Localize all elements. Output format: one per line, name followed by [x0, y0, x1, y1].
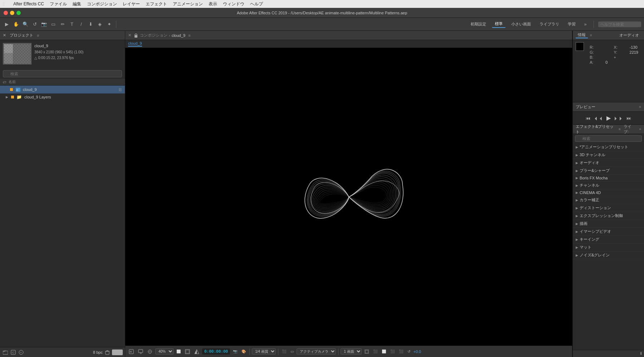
project-search-input[interactable]	[3, 70, 122, 77]
brush-tool[interactable]: /	[77, 20, 85, 28]
quality-dropdown[interactable]: 1/4 画質	[252, 348, 276, 354]
menu-composition[interactable]: コンポジション	[87, 1, 117, 7]
workspace-learn[interactable]: 学習	[565, 21, 579, 28]
transparency-icon[interactable]: ⬜	[380, 349, 387, 354]
list-item[interactable]: ▶ *アニメーションプリセット	[573, 143, 644, 151]
comp-tab-name[interactable]: cloud_9	[172, 33, 186, 38]
zoom-tool[interactable]: 🔍	[21, 20, 29, 28]
list-item[interactable]: ▶ オーディオ	[573, 159, 644, 167]
color-rect[interactable]	[112, 349, 123, 355]
selection-tool[interactable]: ▶	[3, 20, 11, 28]
workspace-standard[interactable]: 標準	[492, 20, 506, 28]
go-to-end-button[interactable]: ⏭	[626, 115, 631, 121]
stamp-tool[interactable]: ⬇	[87, 20, 94, 28]
menu-layer[interactable]: レイヤー	[123, 1, 140, 7]
menu-effect[interactable]: エフェクト	[146, 1, 167, 7]
comp-viewer[interactable]	[125, 48, 572, 346]
reset-exposure-icon[interactable]: ↺	[406, 349, 412, 354]
new-folder-icon[interactable]	[2, 349, 9, 356]
list-item[interactable]: ▶ 描画	[573, 220, 644, 228]
3d-icon[interactable]: ⬛	[389, 349, 396, 354]
workspace-small[interactable]: 小さい画面	[508, 21, 534, 28]
tab-audio[interactable]: オーディオ	[617, 33, 641, 38]
delete-icon[interactable]	[104, 349, 111, 356]
new-comp-icon[interactable]: C	[10, 349, 16, 356]
list-item[interactable]: ▶ 3D チャンネル	[573, 151, 644, 159]
rotate-tool[interactable]: ↺	[31, 20, 39, 28]
menu-window[interactable]: ウィンドウ	[223, 1, 244, 7]
maximize-button[interactable]	[16, 11, 21, 15]
tab-live[interactable]: ライブ:	[622, 125, 638, 135]
list-item[interactable]: ▶ キーイング	[573, 236, 644, 243]
effects-search-input[interactable]	[575, 135, 642, 142]
new-item-icon[interactable]: +	[18, 349, 24, 356]
region-icon[interactable]: ▭	[289, 349, 295, 354]
comp-settings-icon[interactable]	[363, 349, 370, 354]
rect-tool[interactable]: ▭	[49, 20, 57, 28]
project-close[interactable]: ✕	[3, 33, 6, 38]
safe-frame-icon[interactable]	[184, 348, 191, 355]
list-item[interactable]: ▶ イマーシブビデオ	[573, 228, 644, 236]
bpc-display[interactable]: 8 bpc	[93, 350, 103, 354]
list-item[interactable]: ▶ Boris FX Mocha	[573, 175, 644, 182]
effects-expand-icon[interactable]: »	[639, 127, 641, 131]
list-item[interactable]: ▶ ブラー&シャープ	[573, 167, 644, 175]
go-to-start-button[interactable]: ⏮	[586, 115, 591, 121]
list-item[interactable]: ▶ CINEMA 4D	[573, 189, 644, 196]
pen-tool[interactable]: ✏	[59, 20, 67, 28]
workspace-library[interactable]: ライブラリ	[537, 21, 562, 28]
text-tool[interactable]: T	[68, 20, 76, 28]
render-icon[interactable]: R	[127, 348, 135, 355]
list-item[interactable]: ▶ エクスプレッション制御	[573, 212, 644, 220]
camera-snap-icon[interactable]: 📷	[231, 349, 239, 354]
tab-info[interactable]: 情報	[576, 32, 588, 38]
effects-menu-icon[interactable]: ≡	[619, 127, 621, 131]
menu-animation[interactable]: アニメーション	[173, 1, 203, 7]
close-button[interactable]	[4, 11, 8, 15]
apple-icon[interactable]: 	[3, 1, 5, 7]
list-item[interactable]: ▶ マット	[573, 243, 644, 251]
minimize-button[interactable]	[10, 11, 14, 15]
comp-close-icon[interactable]: ✕	[128, 33, 131, 38]
camera-tool[interactable]: 📷	[40, 20, 48, 28]
puppet-tool[interactable]: ✦	[105, 20, 113, 28]
menu-view[interactable]: 表示	[209, 1, 217, 7]
step-back-button[interactable]: ⏴⏴	[594, 115, 604, 121]
list-item[interactable]: ▶ ディストーション	[573, 204, 644, 212]
comp-viewer-tab[interactable]: cloud_9	[128, 41, 142, 47]
grid-icon[interactable]	[146, 348, 154, 355]
menu-aftereffects[interactable]: After Effects CC	[13, 1, 44, 6]
menu-help[interactable]: ヘルプ	[250, 1, 263, 7]
step-forward-button[interactable]: ⏵⏵	[614, 115, 624, 121]
camera-dropdown[interactable]: アクティブカメラ	[297, 348, 336, 354]
zoom-dropdown[interactable]: 40%	[155, 348, 174, 354]
more-workspaces-icon[interactable]: »	[581, 20, 589, 28]
pixel-motion-blur-icon[interactable]: ⬛	[397, 349, 405, 354]
folder-expand-arrow[interactable]: ▶	[6, 95, 8, 99]
effects-bottom-icon[interactable]: ⬇	[639, 351, 643, 356]
pixel-aspect-icon[interactable]: ⬛	[372, 349, 379, 354]
preview-menu-icon[interactable]: ≡	[639, 105, 641, 109]
project-menu-icon[interactable]: ≡	[37, 33, 39, 38]
screens-dropdown[interactable]: 1 画面	[341, 348, 362, 354]
hand-tool[interactable]: ✋	[12, 20, 20, 28]
color-correction-icon[interactable]: 🎨	[240, 349, 247, 354]
menu-file[interactable]: ファイル	[50, 1, 67, 7]
exposure-icon[interactable]	[193, 348, 201, 355]
help-search[interactable]	[598, 21, 641, 27]
fill-tool[interactable]: ◈	[96, 20, 104, 28]
workspace-default[interactable]: 初期設定	[468, 21, 489, 28]
info-menu-icon[interactable]: ≡	[590, 33, 592, 37]
comp-timecode[interactable]: 0:00:00:00	[202, 348, 230, 354]
list-item[interactable]: ▶ ノイズ&グレイン	[573, 251, 644, 259]
comp-menu-icon[interactable]: ≡	[188, 33, 190, 38]
menu-edit[interactable]: 編集	[73, 1, 81, 7]
play-button[interactable]: ▶	[606, 115, 611, 121]
fast-preview-icon[interactable]: ⬛	[280, 349, 288, 354]
monitor-icon[interactable]	[137, 348, 145, 355]
list-item[interactable]: C cloud_9 ⛓	[0, 86, 125, 93]
list-item[interactable]: ▶ チャンネル	[573, 182, 644, 189]
fit-icon[interactable]: ⬜	[175, 349, 182, 354]
list-item[interactable]: ▶ カラー補正	[573, 196, 644, 204]
list-item[interactable]: ▶ 📁 cloud_9 Layers	[0, 93, 125, 101]
